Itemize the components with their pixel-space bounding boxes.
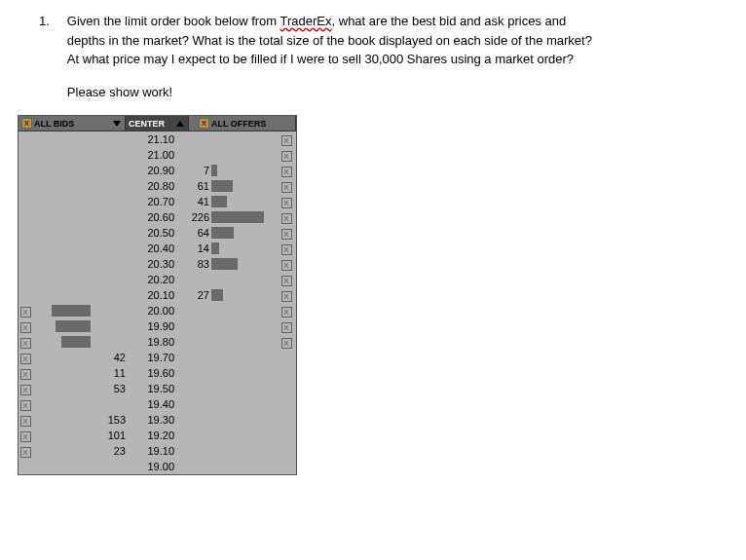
header-center[interactable]: CENTER <box>126 116 189 131</box>
ask-bar-cell <box>211 287 280 303</box>
close-icon[interactable]: X <box>281 322 292 333</box>
close-icon[interactable]: X <box>281 213 292 224</box>
close-icon[interactable]: X <box>281 260 292 271</box>
row-close-right[interactable]: X <box>280 225 293 241</box>
row-close-left <box>19 287 32 303</box>
price: 20.60 <box>131 209 178 225</box>
row-close-right[interactable]: X <box>280 131 293 147</box>
row-close-left[interactable]: X <box>19 365 32 381</box>
bid-bar-cell <box>32 443 91 459</box>
close-icon[interactable]: X <box>199 118 209 129</box>
row-close-left[interactable]: X <box>19 350 32 365</box>
close-icon[interactable]: X <box>281 229 292 240</box>
close-icon[interactable]: X <box>20 431 31 442</box>
ask-bar-cell <box>211 256 280 272</box>
row-close-left[interactable]: X <box>19 443 32 459</box>
row-close-left[interactable]: X <box>19 428 32 443</box>
row-close-right[interactable]: X <box>280 163 293 178</box>
book-row: X20.00X <box>19 303 296 318</box>
close-icon[interactable]: X <box>281 151 292 162</box>
close-icon[interactable]: X <box>20 447 31 458</box>
close-icon[interactable]: X <box>20 400 31 411</box>
row-close-right[interactable]: X <box>280 256 293 272</box>
close-icon[interactable]: X <box>20 354 31 364</box>
row-close-right[interactable]: X <box>280 194 293 209</box>
row-close-left[interactable]: X <box>19 381 32 396</box>
close-icon[interactable]: X <box>20 369 31 380</box>
ask-depth-bar <box>211 180 233 192</box>
book-row: 20.20X <box>19 272 296 287</box>
question-text: Given the limit order book below from Tr… <box>67 12 707 109</box>
close-icon[interactable]: X <box>281 135 292 146</box>
ask-depth: 14 <box>178 241 211 256</box>
close-icon[interactable]: X <box>20 322 31 333</box>
close-icon[interactable]: X <box>281 291 292 302</box>
row-close-right[interactable]: X <box>280 303 293 318</box>
ask-depth <box>178 318 211 334</box>
price: 19.30 <box>131 412 178 428</box>
ask-depth-bar <box>211 243 219 254</box>
close-icon[interactable]: X <box>281 182 292 193</box>
row-close-right[interactable]: X <box>280 287 293 303</box>
bid-bar-cell <box>32 178 91 194</box>
q-traderex: TraderEx <box>280 14 332 28</box>
row-close-right[interactable]: X <box>280 272 293 287</box>
bid-bar-cell <box>32 194 91 209</box>
close-icon[interactable]: X <box>281 167 292 177</box>
book-row: X19.40 <box>19 396 296 412</box>
close-icon[interactable]: X <box>20 307 31 317</box>
row-close-left[interactable]: X <box>19 396 32 412</box>
close-icon[interactable]: X <box>281 276 292 286</box>
row-close-right <box>280 412 293 428</box>
row-close-left <box>19 147 32 163</box>
bid-depth <box>91 287 131 303</box>
ask-depth <box>178 396 211 412</box>
row-close-left <box>19 256 32 272</box>
row-close-left[interactable]: X <box>19 334 32 350</box>
ask-depth-bar <box>211 211 264 223</box>
row-close-left[interactable]: X <box>19 303 32 318</box>
bid-bar-cell <box>32 350 91 365</box>
row-close-right[interactable]: X <box>280 178 293 194</box>
book-row: X2319.10 <box>19 443 296 459</box>
ask-depth: 64 <box>178 225 211 241</box>
row-close-left[interactable]: X <box>19 412 32 428</box>
row-close-right[interactable]: X <box>280 334 293 350</box>
close-icon[interactable]: X <box>281 338 292 349</box>
book-row: 20.8061X <box>19 178 296 194</box>
bid-bar-cell <box>32 381 91 396</box>
close-icon[interactable]: X <box>20 338 31 349</box>
chevron-down-icon[interactable] <box>113 121 121 127</box>
close-icon[interactable]: X <box>20 416 31 427</box>
ask-depth-bar <box>211 258 238 270</box>
ask-depth-bar <box>211 196 227 207</box>
bid-bar-cell <box>32 131 91 147</box>
row-close-right[interactable]: X <box>280 147 293 163</box>
ask-bar-cell <box>211 459 280 474</box>
bid-depth-bar <box>56 320 91 332</box>
bid-depth <box>91 272 131 287</box>
book-row: 19.00 <box>19 459 296 474</box>
chevron-up-icon[interactable] <box>176 121 184 127</box>
close-icon[interactable]: X <box>281 198 292 208</box>
close-icon[interactable]: X <box>20 385 31 395</box>
row-close-right[interactable]: X <box>280 209 293 225</box>
close-icon[interactable]: X <box>21 118 32 129</box>
row-close-left[interactable]: X <box>19 318 32 334</box>
book-row: 20.7041X <box>19 194 296 209</box>
bid-depth: 42 <box>91 350 131 365</box>
header-offers[interactable]: X ALL OFFERS <box>189 116 296 131</box>
row-close-right[interactable]: X <box>280 241 293 256</box>
bid-depth <box>91 318 131 334</box>
header-bids[interactable]: X ALL BIDS <box>19 116 126 131</box>
book-row: X1119.60 <box>19 365 296 381</box>
close-icon[interactable]: X <box>281 307 292 317</box>
ask-bar-cell <box>211 334 280 350</box>
ask-depth <box>178 350 211 365</box>
bid-bar-cell <box>32 318 91 334</box>
ask-depth <box>178 365 211 381</box>
price: 19.10 <box>131 443 178 459</box>
row-close-right[interactable]: X <box>280 318 293 334</box>
bid-depth <box>91 459 131 474</box>
close-icon[interactable]: X <box>281 244 292 255</box>
